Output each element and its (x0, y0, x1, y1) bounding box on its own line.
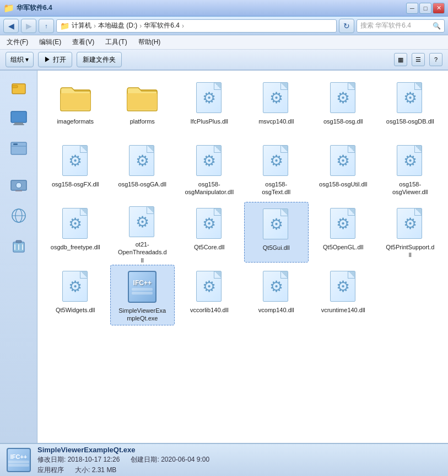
file-name-label: osg158-osgGA.dll (118, 180, 166, 188)
list-item[interactable]: ⚙osg158-osgText.dll (244, 139, 309, 200)
file-name-label: osg158-osgManipulator.dll (185, 180, 234, 196)
svg-rect-15 (16, 240, 21, 243)
list-item[interactable]: ⚙msvcp140.dll (244, 76, 309, 137)
file-name-label: Qt5OpenGL.dll (323, 243, 363, 251)
address-folder: 华军软件6.4 (144, 21, 180, 30)
list-item[interactable]: ⚙osg158-osgDB.dll (378, 76, 443, 137)
status-file-icon: IFC++ (7, 448, 31, 472)
toolbar: 组织 ▾ ▶ 打开 新建文件夹 ▦ ☰ ? (0, 50, 448, 71)
address-bar: 📁 计算机 › 本地磁盘 (D:) › 华军软件6.4 › (56, 19, 337, 33)
minimize-button[interactable]: ─ (406, 3, 418, 14)
refresh-button[interactable]: ↻ (339, 19, 354, 33)
navbar: ◀ ▶ ↑ 📁 计算机 › 本地磁盘 (D:) › 华军软件6.4 › ↻ 搜索… (0, 17, 448, 35)
address-drive: 本地磁盘 (D:) (98, 21, 137, 30)
menu-file[interactable]: 文件(F) (4, 36, 30, 48)
main-area: imageformats platforms⚙IfcPlusPlus.dll⚙m… (0, 71, 448, 443)
view-details[interactable]: ☰ (412, 53, 425, 66)
view-toggle[interactable]: ▦ (394, 53, 407, 66)
sidebar-network[interactable] (4, 201, 33, 230)
statusbar: IFC++ SimpleViewerExampleQt.exe 修改日期: 20… (0, 443, 448, 476)
up-button[interactable]: ↑ (39, 19, 54, 33)
list-item[interactable]: ⚙IfcPlusPlus.dll (177, 76, 242, 137)
list-item[interactable]: ⚙vccorlib140.dll (177, 265, 242, 325)
sidebar-favorites[interactable] (4, 74, 33, 103)
file-name-label: IfcPlusPlus.dll (191, 117, 228, 125)
status-info: SimpleViewerExampleQt.exe 修改日期: 2018-10-… (37, 446, 209, 475)
file-name-label: SimpleViewerExampleQt.exe (117, 307, 167, 323)
file-name-label: platforms (130, 117, 155, 125)
svg-rect-10 (15, 190, 22, 191)
svg-point-9 (16, 183, 21, 188)
svg-rect-4 (13, 124, 24, 125)
menu-tools[interactable]: 工具(T) (103, 36, 129, 48)
menu-edit[interactable]: 编辑(E) (37, 36, 63, 48)
status-size: 大小: 2.31 MB (75, 466, 116, 475)
menu-view[interactable]: 查看(V) (70, 36, 96, 48)
forward-button[interactable]: ▶ (21, 19, 36, 33)
list-item[interactable]: ⚙osg158-osg.dll (311, 76, 376, 137)
help-button[interactable]: ? (429, 53, 442, 66)
open-button[interactable]: ▶ 打开 (38, 52, 72, 67)
list-item[interactable]: ⚙osg158-osgFX.dll (43, 139, 108, 200)
file-name-label: osg158-osgText.dll (251, 180, 301, 196)
file-name-label: osgdb_freetype.dll (51, 243, 100, 251)
file-name-label: osg158-osgDB.dll (386, 117, 434, 125)
list-item[interactable]: ⚙osg158-osgGA.dll (110, 139, 175, 200)
titlebar-title: 📁 华军软件6.4 (3, 3, 52, 13)
file-name-label: vcruntime140.dll (321, 306, 365, 314)
list-item[interactable]: platforms (110, 76, 175, 137)
file-name-label: vcomp140.dll (258, 306, 294, 314)
titlebar-controls: ─ □ ✕ (406, 3, 445, 14)
status-filename: SimpleViewerExampleQt.exe (37, 446, 209, 454)
list-item[interactable]: ⚙osg158-osgManipulator.dll (177, 139, 242, 200)
list-item[interactable]: ⚙Qt5PrintSupport.dll (378, 202, 443, 263)
sidebar-computer[interactable] (4, 172, 33, 200)
sidebar (0, 71, 37, 443)
search-bar[interactable]: 搜索 华军软件6.4 🔍 (357, 19, 445, 33)
organize-button[interactable]: 组织 ▾ (6, 52, 34, 67)
file-name-label: osg158-osgUtil.dll (319, 180, 367, 188)
file-name-label: osg158-osgViewer.dll (385, 180, 435, 196)
svg-rect-20 (61, 93, 90, 110)
file-name-label: ot21-OpenThreadads.dll (117, 240, 167, 264)
list-item[interactable]: ⚙Qt5OpenGL.dll (311, 202, 376, 263)
close-button[interactable]: ✕ (433, 3, 445, 14)
status-created: 创建日期: 2020-06-04 9:00 (131, 455, 209, 464)
list-item[interactable]: ⚙osg158-osgViewer.dll (378, 139, 443, 200)
sidebar-desktop[interactable] (4, 104, 33, 132)
list-item[interactable]: ⚙Qt5Gui.dll (244, 202, 309, 263)
menubar: 文件(F) 编辑(E) 查看(V) 工具(T) 帮助(H) (0, 35, 448, 50)
file-name-label: vccorlib140.dll (190, 306, 229, 314)
list-item[interactable]: imageformats (43, 76, 108, 137)
menu-help[interactable]: 帮助(H) (136, 36, 163, 48)
status-modified: 修改日期: 2018-10-17 12:26 (37, 455, 120, 464)
file-name-label: osg158-osgFX.dll (52, 180, 99, 188)
new-folder-button[interactable]: 新建文件夹 (77, 52, 122, 67)
file-grid: imageformats platforms⚙IfcPlusPlus.dll⚙m… (37, 71, 448, 443)
file-name-label: osg158-osg.dll (323, 117, 363, 125)
svg-rect-1 (12, 85, 18, 88)
list-item[interactable]: ⚙vcruntime140.dll (311, 265, 376, 325)
file-name-label: imageformats (57, 117, 94, 125)
svg-rect-7 (13, 143, 18, 145)
svg-rect-22 (127, 93, 157, 110)
sidebar-recycle[interactable] (4, 231, 33, 260)
list-item[interactable]: ⚙osgdb_freetype.dll (43, 202, 108, 263)
file-name-label: Qt5Core.dll (194, 243, 225, 251)
search-icon: 🔍 (433, 22, 441, 30)
titlebar: 📁 华军软件6.4 ─ □ ✕ (0, 0, 448, 17)
list-item[interactable]: ⚙ot21-OpenThreadads.dll (110, 202, 175, 263)
list-item[interactable]: ⚙Qt5Core.dll (177, 202, 242, 263)
file-name-label: Qt5Gui.dll (263, 244, 290, 252)
status-details: 修改日期: 2018-10-17 12:26 创建日期: 2020-06-04 … (37, 455, 209, 464)
sidebar-library[interactable] (4, 133, 33, 162)
list-item[interactable]: ⚙Qt5Widgets.dll (43, 265, 108, 325)
list-item[interactable]: IFC++SimpleViewerExampleQt.exe (110, 265, 175, 325)
file-name-label: msvcp140.dll (258, 117, 294, 125)
maximize-button[interactable]: □ (419, 3, 431, 14)
list-item[interactable]: ⚙osg158-osgUtil.dll (311, 139, 376, 200)
file-name-label: Qt5Widgets.dll (56, 306, 95, 314)
back-button[interactable]: ◀ (3, 19, 19, 33)
list-item[interactable]: ⚙vcomp140.dll (244, 265, 309, 325)
svg-rect-3 (14, 122, 23, 124)
